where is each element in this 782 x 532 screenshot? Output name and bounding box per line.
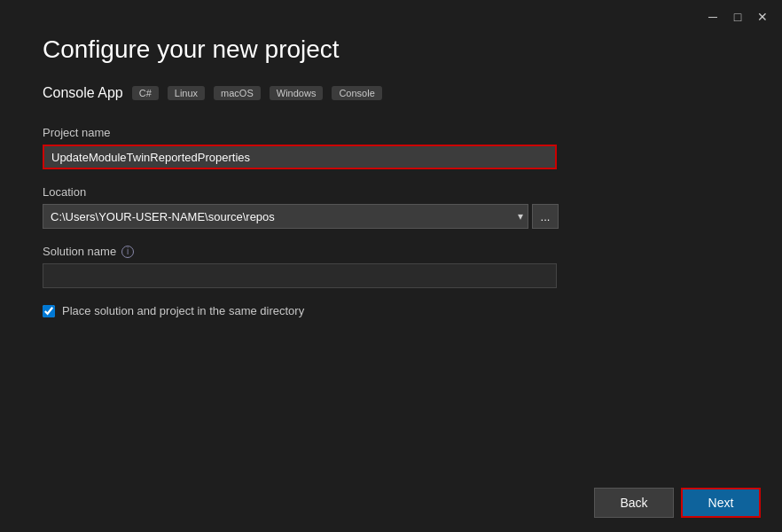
minimize-button[interactable]: ─ [700, 7, 725, 27]
solution-name-label: Solution name i [43, 245, 739, 258]
location-group: Location C:\Users\YOUR-USER-NAME\source\… [43, 185, 739, 229]
same-directory-label: Place solution and project in the same d… [62, 304, 304, 317]
location-select[interactable]: C:\Users\YOUR-USER-NAME\source\repos [43, 204, 528, 229]
location-label: Location [43, 185, 739, 199]
main-content: Configure your new project Console App C… [0, 0, 782, 317]
solution-name-info-icon[interactable]: i [121, 246, 134, 258]
back-button[interactable]: Back [594, 488, 674, 518]
same-directory-checkbox[interactable] [43, 305, 55, 317]
tag-macos: macOS [214, 86, 261, 100]
project-name-label: Project name [43, 126, 739, 139]
next-button[interactable]: Next [681, 488, 761, 518]
close-button[interactable]: ✕ [750, 7, 775, 27]
project-name-group: Project name [43, 126, 739, 169]
checkbox-row: Place solution and project in the same d… [43, 304, 739, 317]
app-type-row: Console App C# Linux macOS Windows Conso… [43, 85, 739, 101]
solution-name-input[interactable] [43, 263, 557, 288]
location-row: C:\Users\YOUR-USER-NAME\source\repos ... [43, 204, 739, 229]
tag-windows: Windows [270, 86, 324, 100]
app-type-label: Console App [43, 85, 123, 101]
project-name-input[interactable] [43, 145, 557, 169]
tag-linux: Linux [168, 86, 205, 100]
location-select-wrapper: C:\Users\YOUR-USER-NAME\source\repos [43, 204, 528, 229]
tag-console: Console [332, 86, 381, 100]
tag-csharp: C# [132, 86, 159, 100]
footer: Back Next [0, 473, 782, 532]
maximize-button[interactable]: □ [725, 7, 750, 27]
solution-name-group: Solution name i [43, 245, 739, 288]
title-bar: ─ □ ✕ [700, 0, 782, 27]
location-browse-button[interactable]: ... [532, 204, 559, 229]
page-title: Configure your new project [43, 35, 739, 64]
